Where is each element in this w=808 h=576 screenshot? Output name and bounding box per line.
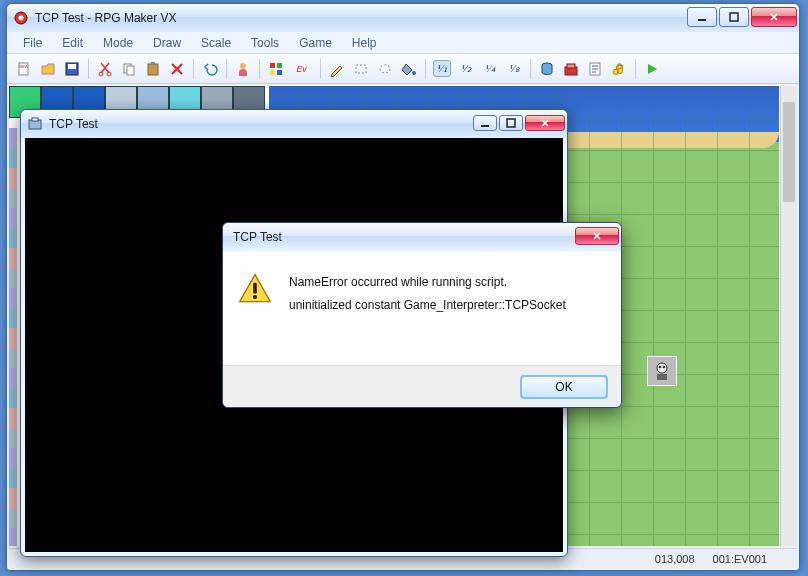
event-marker[interactable]	[647, 356, 677, 386]
status-coords: 013,008	[655, 553, 695, 565]
menu-game[interactable]: Game	[291, 34, 340, 52]
separator	[88, 59, 89, 79]
maximize-button[interactable]	[719, 7, 749, 27]
dialog-titlebar[interactable]: TCP Test	[223, 223, 621, 251]
game-minimize-button[interactable]	[473, 115, 497, 131]
svg-rect-20	[356, 65, 366, 73]
error-dialog: TCP Test NameError occurred while runnin…	[222, 222, 622, 408]
copy-icon[interactable]	[118, 58, 140, 80]
scale-1-8[interactable]: ¹⁄₈	[503, 58, 525, 80]
event-mode-icon[interactable]: Ev	[289, 58, 315, 80]
svg-rect-17	[270, 70, 275, 75]
error-message-line2: uninitialized constant Game_Interpreter:…	[289, 294, 566, 317]
playtest-icon[interactable]	[641, 58, 663, 80]
separator	[259, 59, 260, 79]
fill-icon[interactable]	[398, 58, 420, 80]
svg-point-22	[412, 71, 416, 75]
svg-rect-30	[657, 374, 667, 380]
warning-icon	[237, 271, 273, 311]
ok-button[interactable]: OK	[521, 376, 607, 398]
svg-rect-12	[148, 64, 158, 75]
map-mode-icon[interactable]	[265, 58, 287, 80]
game-close-button[interactable]	[525, 115, 565, 131]
new-icon[interactable]: NEW	[13, 58, 35, 80]
svg-point-36	[253, 295, 257, 299]
menu-edit[interactable]: Edit	[54, 34, 91, 52]
svg-rect-7	[68, 64, 76, 69]
separator	[635, 59, 636, 79]
undo-icon[interactable]	[199, 58, 221, 80]
menu-mode[interactable]: Mode	[95, 34, 141, 52]
svg-rect-32	[32, 118, 38, 121]
main-title: TCP Test - RPG Maker VX	[35, 11, 687, 25]
character-icon[interactable]	[232, 58, 254, 80]
separator	[425, 59, 426, 79]
menu-file[interactable]: File	[15, 34, 50, 52]
scale-1-1[interactable]: ¹⁄₁	[431, 58, 453, 80]
status-event: 001:EV001	[713, 553, 767, 565]
separator	[320, 59, 321, 79]
game-titlebar[interactable]: TCP Test	[21, 110, 567, 138]
menu-help[interactable]: Help	[344, 34, 385, 52]
separator	[226, 59, 227, 79]
svg-point-14	[240, 63, 246, 69]
materials-icon[interactable]	[560, 58, 582, 80]
sound-icon[interactable]	[608, 58, 630, 80]
menu-draw[interactable]: Draw	[145, 34, 189, 52]
svg-rect-15	[270, 63, 275, 68]
delete-icon[interactable]	[166, 58, 188, 80]
svg-point-21	[380, 65, 390, 73]
svg-point-28	[659, 366, 662, 369]
app-icon	[13, 10, 29, 26]
cut-icon[interactable]	[94, 58, 116, 80]
svg-text:Ev: Ev	[296, 64, 307, 74]
minimize-button[interactable]	[687, 7, 717, 27]
separator	[193, 59, 194, 79]
toolbar: NEW Ev ¹⁄₁ ¹⁄₂ ¹⁄₄ ¹⁄₈	[7, 54, 799, 84]
svg-rect-11	[127, 66, 134, 75]
save-icon[interactable]	[61, 58, 83, 80]
vertical-scrollbar[interactable]	[780, 86, 797, 546]
dialog-close-button[interactable]	[575, 227, 619, 245]
ellipse-icon[interactable]	[374, 58, 396, 80]
svg-text:NEW: NEW	[19, 64, 29, 69]
menu-tools[interactable]: Tools	[243, 34, 287, 52]
menu-bar: File Edit Mode Draw Scale Tools Game Hel…	[7, 32, 799, 54]
svg-point-1	[19, 16, 24, 21]
rect-icon[interactable]	[350, 58, 372, 80]
svg-rect-33	[481, 125, 489, 127]
scale-1-4[interactable]: ¹⁄₄	[479, 58, 501, 80]
open-icon[interactable]	[37, 58, 59, 80]
dialog-title: TCP Test	[229, 230, 575, 244]
svg-rect-25	[567, 64, 575, 68]
game-title: TCP Test	[49, 117, 473, 131]
error-message-line1: NameError occurred while running script.	[289, 271, 566, 294]
scale-1-2[interactable]: ¹⁄₂	[455, 58, 477, 80]
menu-scale[interactable]: Scale	[193, 34, 239, 52]
svg-rect-16	[277, 63, 282, 68]
svg-point-29	[663, 366, 666, 369]
main-titlebar[interactable]: TCP Test - RPG Maker VX	[7, 4, 799, 32]
svg-point-27	[657, 363, 667, 373]
svg-rect-2	[698, 19, 706, 21]
tileset-scroll[interactable]	[9, 128, 17, 546]
separator	[530, 59, 531, 79]
dialog-footer: OK	[223, 365, 621, 407]
database-icon[interactable]	[536, 58, 558, 80]
svg-rect-35	[253, 283, 257, 294]
paste-icon[interactable]	[142, 58, 164, 80]
game-icon	[27, 116, 43, 132]
svg-rect-13	[151, 62, 155, 65]
game-maximize-button[interactable]	[499, 115, 523, 131]
svg-rect-34	[507, 119, 515, 127]
script-icon[interactable]	[584, 58, 606, 80]
svg-rect-3	[730, 13, 738, 21]
svg-rect-18	[277, 70, 282, 75]
close-button[interactable]	[751, 7, 797, 27]
pencil-icon[interactable]	[326, 58, 348, 80]
